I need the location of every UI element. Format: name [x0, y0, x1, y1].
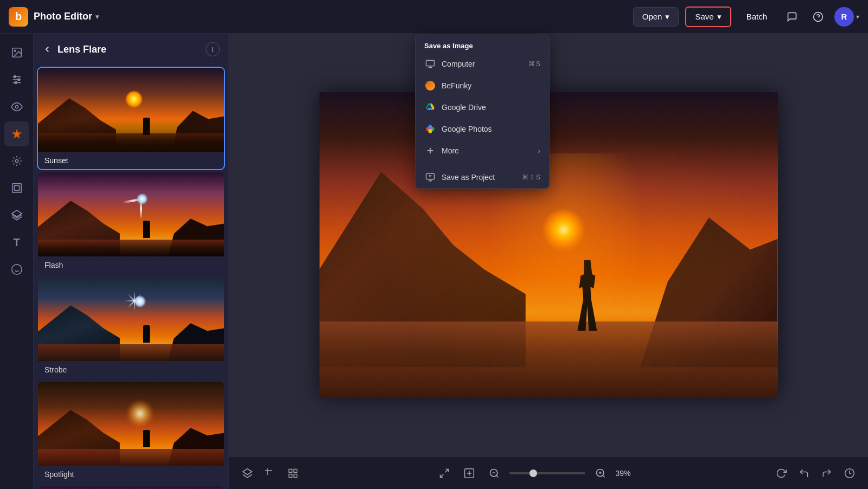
effect-item-flash[interactable]: Flash: [38, 172, 224, 274]
batch-button[interactable]: Batch: [738, 8, 776, 25]
svg-point-8: [17, 79, 20, 81]
app-logo[interactable]: b: [9, 7, 28, 27]
save-button[interactable]: Save ▾: [685, 7, 731, 27]
s-key2: S: [536, 173, 540, 181]
zoom-slider[interactable]: [509, 472, 585, 474]
redo-button[interactable]: [817, 464, 837, 483]
undo-button[interactable]: [794, 464, 814, 483]
layers-button[interactable]: [238, 464, 257, 483]
effect-label-flash: Flash: [38, 256, 224, 274]
project-shortcut: ⌘ ⇧ S: [522, 173, 540, 181]
svg-rect-19: [289, 469, 292, 472]
sidebar-item-effects[interactable]: [4, 149, 29, 173]
shift-icon: ⇧: [529, 173, 535, 181]
svg-line-32: [602, 475, 604, 477]
fit-button[interactable]: [459, 464, 479, 483]
frames-icon: [11, 182, 23, 194]
app-name-chevron: ▾: [95, 13, 99, 21]
effect-label-sunset: Sunset: [38, 152, 224, 169]
ai-icon: [11, 128, 23, 140]
sidebar-item-adjustments[interactable]: [4, 67, 29, 92]
dropdown-section-title: Save as Image: [416, 35, 549, 53]
effects-panel: Lens Flare i: [34, 34, 229, 489]
sidebar-item-photos[interactable]: [4, 40, 29, 65]
effect-item-spotlight[interactable]: Spotlight: [38, 382, 224, 483]
sidebar-item-view[interactable]: [4, 94, 29, 119]
gphotos-icon: [424, 123, 436, 135]
zoom-in-icon: [595, 468, 606, 479]
svg-point-41: [428, 125, 432, 130]
svg-marker-18: [243, 468, 252, 474]
history-icon: [844, 468, 855, 479]
help-icon-button[interactable]: [808, 7, 828, 27]
effect-item-strobe[interactable]: Strobe: [38, 277, 224, 378]
zoom-value: 39%: [616, 469, 640, 478]
svg-point-15: [11, 265, 21, 274]
save-chevron: ▾: [717, 12, 722, 22]
toolbar-center: 39%: [303, 464, 771, 483]
toolbar-right: [771, 464, 859, 483]
avatar-button[interactable]: R: [834, 7, 854, 27]
computer-shortcut: ⌘ S: [528, 60, 540, 68]
effects-icon: [11, 155, 23, 167]
layers-toolbar-icon: [242, 468, 253, 479]
computer-label: Computer: [442, 60, 523, 68]
effect-thumb-extra: [38, 486, 224, 489]
zoom-in-button[interactable]: [591, 464, 610, 483]
more-label: More: [442, 146, 532, 155]
svg-line-24: [440, 474, 443, 477]
batch-label: Batch: [746, 12, 767, 21]
project-icon: [424, 171, 436, 183]
fit-icon: [464, 468, 475, 479]
history-button[interactable]: [840, 464, 859, 483]
water-sunset: [38, 133, 224, 152]
cmd-icon: ⌘: [528, 60, 535, 68]
help-icon: [813, 11, 824, 22]
grid-icon: [288, 468, 298, 479]
crop-button[interactable]: [260, 464, 280, 483]
refresh-button[interactable]: [771, 464, 791, 483]
person-sunset: [143, 118, 150, 135]
open-button[interactable]: Open ▾: [633, 7, 679, 27]
zoom-out-button[interactable]: [484, 464, 504, 483]
more-icon: [424, 145, 436, 157]
panel-back-button[interactable]: [42, 44, 52, 54]
save-to-computer-item[interactable]: Computer ⌘ S: [416, 53, 549, 75]
glow-spotlight: [126, 400, 154, 427]
photos-icon: [11, 47, 23, 59]
water-strobe: [38, 344, 224, 361]
save-to-gdrive-item[interactable]: Google Drive: [416, 96, 549, 118]
eye-icon: [11, 101, 23, 113]
grid-button[interactable]: [283, 464, 303, 483]
effect-item-sunset[interactable]: Sunset: [38, 68, 224, 169]
undo-icon: [799, 468, 809, 479]
save-as-project-item[interactable]: Save as Project ⌘ ⇧ S: [416, 166, 549, 188]
rock-right-sunset: [172, 97, 224, 152]
sidebar-item-stickers[interactable]: [4, 257, 29, 282]
gphotos-label: Google Photos: [442, 125, 540, 133]
avatar-wrapper: R ▾: [834, 7, 859, 27]
effect-item-extra[interactable]: [38, 486, 224, 489]
back-arrow-icon: [42, 44, 52, 54]
water-flash: [38, 240, 224, 256]
avatar-chevron[interactable]: ▾: [856, 13, 859, 21]
save-to-befunky-item[interactable]: BeFunky: [416, 75, 549, 96]
save-to-gphotos-item[interactable]: Google Photos: [416, 118, 549, 140]
more-options-item[interactable]: More ›: [416, 140, 549, 162]
svg-line-29: [496, 475, 498, 477]
fullscreen-button[interactable]: [435, 464, 454, 483]
sidebar-item-frames[interactable]: [4, 176, 29, 201]
sidebar-item-text[interactable]: T: [4, 230, 29, 255]
svg-rect-12: [12, 184, 21, 193]
svg-rect-21: [294, 474, 297, 477]
sidebar-item-layers[interactable]: [4, 203, 29, 228]
open-chevron: ▾: [665, 12, 669, 22]
sidebar-item-ai[interactable]: [4, 121, 29, 146]
zoom-out-icon: [489, 468, 500, 479]
svg-point-11: [15, 159, 18, 163]
app-name-button[interactable]: Photo Editor ▾: [34, 11, 99, 22]
fullscreen-icon: [439, 468, 450, 479]
panel-info-button[interactable]: i: [206, 42, 220, 56]
s-key: S: [536, 60, 540, 68]
chat-icon-button[interactable]: [782, 7, 802, 27]
